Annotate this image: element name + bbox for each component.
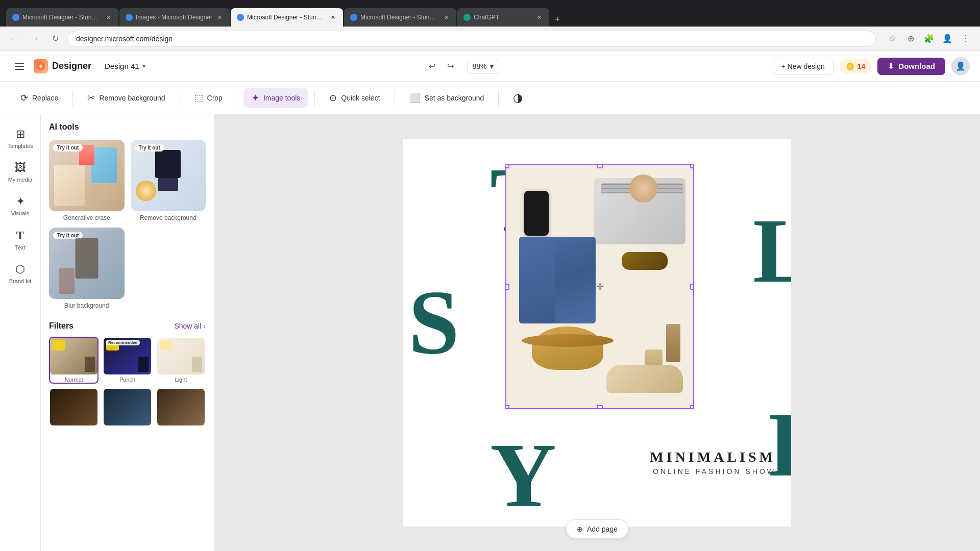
add-page-label: Add page — [587, 525, 618, 533]
sidebar-item-visuals-label: Visuals — [11, 210, 29, 216]
download-label: Download — [898, 62, 935, 70]
sidebar-item-templates-label: Templates — [7, 143, 33, 149]
sidebar-item-templates[interactable]: ⊞ Templates — [2, 122, 39, 154]
design-name-button[interactable]: Design 41 ▾ — [100, 59, 151, 73]
color-adjust-button[interactable]: ◑ — [505, 87, 531, 109]
filter-item-4[interactable] — [49, 388, 99, 427]
show-all-button[interactable]: Show all › — [174, 322, 206, 330]
show-all-arrow-icon: › — [203, 322, 206, 330]
zoom-button[interactable]: ⊕ — [902, 31, 919, 47]
menu-button[interactable]: ⋮ — [958, 31, 974, 47]
tab-favicon-4 — [350, 14, 357, 21]
replace-tool-button[interactable]: ⟳ Replace — [12, 88, 66, 108]
redo-button[interactable]: ↪ — [443, 58, 459, 74]
selection-handle-tr[interactable] — [690, 164, 694, 168]
add-page-button[interactable]: ⊕ Add page — [566, 519, 628, 539]
forward-button[interactable]: → — [27, 31, 43, 47]
remove-bg-tool-button[interactable]: ✂ Remove background — [79, 88, 173, 108]
crop-tool-button[interactable]: ⬚ Crop — [186, 88, 231, 108]
tab-favicon-5 — [463, 14, 471, 21]
quick-select-label: Quick select — [341, 94, 380, 102]
image-tools-bar: ⟳ Replace ✂ Remove background ⬚ Crop ✦ I… — [0, 82, 980, 114]
back-button[interactable]: ← — [6, 31, 22, 47]
sidebar-item-my-media[interactable]: 🖼 My media — [2, 156, 39, 188]
photo-container[interactable]: ✛ — [505, 164, 694, 409]
app-logo[interactable]: Designer — [34, 59, 91, 73]
tab-favicon-3 — [237, 14, 244, 21]
zoom-label: 88% — [473, 62, 487, 70]
generative-erase-badge: Try it out — [53, 144, 83, 152]
app-name: Designer — [52, 61, 91, 71]
tool-separator-1 — [72, 90, 73, 106]
sidebar-item-visuals[interactable]: ✦ Visuals — [2, 190, 39, 221]
tab-close-3[interactable]: ✕ — [329, 13, 337, 21]
new-design-button[interactable]: + New design — [773, 58, 834, 75]
tab-close-1[interactable]: ✕ — [104, 13, 112, 21]
set-as-bg-button[interactable]: ⬜ Set as background — [401, 88, 493, 108]
svg-rect-2 — [15, 69, 24, 70]
my-media-icon: 🖼 — [15, 161, 26, 174]
profile-button[interactable]: 👤 — [951, 57, 970, 76]
filter-item-normal[interactable]: Normal — [49, 337, 99, 384]
app-container: Designer Design 41 ▾ ↩ ↪ 88% ▾ + New des… — [0, 51, 980, 551]
url-bar[interactable]: designer.microsoft.com/design — [67, 31, 876, 47]
reload-button[interactable]: ↻ — [47, 31, 63, 47]
profile-button[interactable]: 👤 — [939, 31, 955, 47]
tab-close-4[interactable]: ✕ — [442, 13, 450, 21]
undo-button[interactable]: ↩ — [424, 58, 440, 74]
selection-handle-tl[interactable] — [505, 164, 509, 168]
filter-normal-label: Normal — [50, 377, 97, 383]
y-letter: Y — [490, 430, 554, 521]
hamburger-menu[interactable] — [10, 57, 29, 76]
filters-title: Filters — [49, 321, 74, 331]
browser-tab-2[interactable]: Images - Microsoft Designer ✕ — [119, 8, 230, 27]
selection-handle-mr[interactable] — [690, 284, 694, 290]
new-tab-button[interactable]: + — [550, 12, 565, 27]
move-cursor-icon: ✛ — [596, 281, 604, 292]
download-button[interactable]: ⬇ Download — [877, 58, 945, 75]
browser-tab-1[interactable]: Microsoft Designer - Stunning... ✕ — [6, 8, 118, 27]
address-bar: ← → ↻ designer.microsoft.com/design ☆ ⊕ … — [0, 27, 980, 51]
design-name-label: Design 41 — [105, 62, 139, 70]
selection-handle-ml[interactable] — [505, 284, 509, 290]
canvas-content: T S Y L E — [403, 139, 791, 527]
filter-item-6[interactable] — [156, 388, 206, 427]
sidebar-item-text[interactable]: T Text — [2, 223, 39, 256]
design-canvas[interactable]: T S Y L E — [403, 139, 791, 527]
tab-close-5[interactable]: ✕ — [535, 13, 543, 21]
remove-bg-badge: Try it out — [135, 144, 164, 152]
browser-chrome: Microsoft Designer - Stunning... ✕ Image… — [0, 0, 980, 27]
canvas-area[interactable]: T S Y L E — [214, 114, 980, 551]
ai-tool-remove-bg[interactable]: Try it out Remove background — [131, 140, 206, 221]
quick-select-button[interactable]: ⊙ Quick select — [321, 88, 388, 108]
crop-label: Crop — [207, 94, 223, 102]
sidebar-item-text-label: Text — [15, 244, 25, 251]
coins-count: 14 — [857, 62, 866, 70]
add-page-plus-icon: ⊕ — [577, 525, 583, 533]
selection-handle-bm[interactable] — [597, 405, 603, 409]
selection-handle-bl[interactable] — [505, 405, 509, 409]
tab-favicon-1 — [12, 14, 19, 21]
e-letter: E — [768, 399, 791, 491]
selection-handle-br[interactable] — [690, 405, 694, 409]
tool-separator-2 — [180, 90, 180, 106]
ai-tool-blur-bg[interactable]: Try it out Blur background — [49, 228, 125, 309]
image-tools-button[interactable]: ✦ Image tools — [243, 88, 308, 108]
sidebar-item-brand-kit[interactable]: ⬡ Brand kit — [2, 258, 39, 289]
svg-rect-1 — [15, 66, 24, 67]
tab-close-2[interactable]: ✕ — [215, 13, 224, 21]
filter-item-5[interactable] — [103, 388, 152, 427]
templates-icon: ⊞ — [16, 128, 25, 141]
filter-punch-label: Punch — [104, 377, 151, 383]
filter-item-light[interactable]: Light — [156, 337, 206, 384]
selection-handle-tm[interactable] — [597, 164, 603, 168]
extensions-button[interactable]: 🧩 — [921, 31, 937, 47]
browser-tab-5[interactable]: ChatGPT ✕ — [457, 8, 549, 27]
browser-tab-4[interactable]: Microsoft Designer - Stunning... ✕ — [344, 8, 456, 27]
filter-item-punch[interactable]: Recommended Punch — [103, 337, 152, 384]
ai-tool-generative-erase[interactable]: Try it out Generative erase — [49, 140, 125, 221]
replace-label: Replace — [32, 94, 58, 102]
bookmark-button[interactable]: ☆ — [884, 31, 900, 47]
zoom-control[interactable]: 88% ▾ — [467, 59, 499, 74]
browser-tab-3[interactable]: Microsoft Designer - Stunning... ✕ — [231, 8, 343, 27]
